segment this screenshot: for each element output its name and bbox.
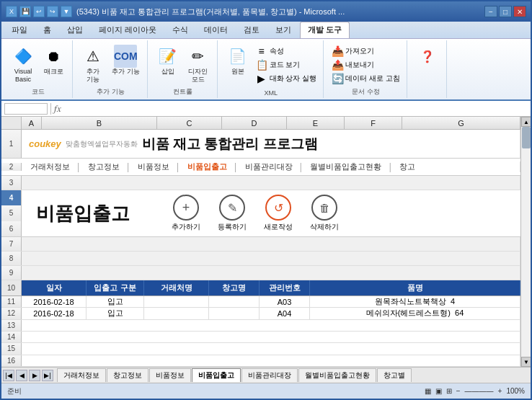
cell-name-11[interactable]: 원목좌식노트북책상 4 <box>310 296 520 307</box>
col-header-d[interactable]: D <box>222 117 287 129</box>
cell-warehouse-12[interactable] <box>209 308 260 319</box>
quick-save-icon[interactable]: 💾 <box>19 6 31 17</box>
cell-dealer-12[interactable] <box>144 308 209 319</box>
cell-warehouse-11[interactable] <box>209 296 260 307</box>
cell-ref-11[interactable]: A03 <box>260 296 310 307</box>
scroll-track[interactable] <box>521 127 531 357</box>
cell-name-12[interactable]: 메쉬의자(헤드레스트형) 64 <box>310 308 520 319</box>
cell-empty-13[interactable] <box>22 320 520 331</box>
nav-item-storage[interactable]: 창고 <box>395 161 420 172</box>
vertical-scrollbar[interactable]: ▲ ▼ <box>520 117 531 367</box>
cell-empty-14[interactable] <box>22 332 520 342</box>
help-button[interactable]: ❓ <box>413 43 442 69</box>
cell-ref-12[interactable]: A04 <box>260 308 310 319</box>
close-button[interactable]: ✕ <box>513 6 526 17</box>
nav-item-warehouse[interactable]: 창고정보 <box>84 161 124 172</box>
sheet-tab-dealer[interactable]: 거래처정보 <box>57 368 106 382</box>
formula-input[interactable] <box>64 105 528 113</box>
cell-type-12[interactable]: 입고 <box>87 308 144 319</box>
table-row[interactable]: 11 2016-02-18 입고 A03 원목좌식노트북책상 4 <box>1 296 520 308</box>
tab-file[interactable]: 파일 <box>4 22 35 38</box>
view-page-break-icon[interactable]: ⊞ <box>446 387 452 395</box>
addins-icon: ⚠ <box>81 45 105 68</box>
tab-nav-next[interactable]: ▶ <box>29 370 40 381</box>
nav-item-items[interactable]: 비품정보 <box>133 161 174 172</box>
xml-small-buttons: ≡ 속성 📋 코드 보기 ▶ 대화 상자 실행 <box>254 43 319 85</box>
tab-insert[interactable]: 삽입 <box>60 22 90 38</box>
status-text: 준비 <box>7 386 22 396</box>
cell-type-11[interactable]: 입고 <box>87 296 144 307</box>
table-row[interactable]: 15 <box>1 343 520 355</box>
col-header-a[interactable]: A <box>22 117 42 129</box>
sheet-tab-warehouse[interactable]: 창고정보 <box>107 368 148 382</box>
tab-data[interactable]: 데이터 <box>197 22 235 38</box>
tab-review[interactable]: 검토 <box>236 22 267 38</box>
tab-nav-last[interactable]: ▶| <box>42 370 53 381</box>
export-button[interactable]: 📤 내보내기 <box>329 58 402 71</box>
tab-nav-first[interactable]: |◀ <box>3 370 14 381</box>
nav-item-inout[interactable]: 비품입출고 <box>183 161 231 172</box>
scroll-thumb[interactable] <box>522 127 531 148</box>
redo-icon[interactable]: ↪ <box>47 6 58 17</box>
cell-empty-15[interactable] <box>22 343 520 354</box>
sheet-tab-ledger[interactable]: 비품관리대장 <box>241 368 298 382</box>
visual-basic-button[interactable]: 🔷 VisualBasic <box>9 43 37 85</box>
tab-view[interactable]: 보기 <box>268 22 298 38</box>
dialog-run-button[interactable]: ▶ 대화 상자 실행 <box>254 72 319 85</box>
tab-nav-prev[interactable]: ◀ <box>16 370 27 381</box>
refresh-button[interactable]: 🔄 데이터 새로 고침 <box>329 72 402 85</box>
col-header-b[interactable]: B <box>42 117 157 129</box>
title-bar-icons: X 💾 ↩ ↪ ▼ <box>6 6 72 17</box>
col-header-e[interactable]: E <box>287 117 345 129</box>
cell-date-11[interactable]: 2016-02-18 <box>22 296 87 307</box>
view-code-button[interactable]: 📋 코드 보기 <box>254 58 319 71</box>
view-layout-icon[interactable]: ▣ <box>435 387 442 395</box>
scroll-down-button[interactable]: ▼ <box>521 357 531 367</box>
source-button[interactable]: 📄 원본 <box>223 43 252 77</box>
nav-item-dealer[interactable]: 거래처정보 <box>26 161 74 172</box>
dropdown-icon[interactable]: ▼ <box>61 6 72 17</box>
nav-item-monthly[interactable]: 월별비품입출고현황 <box>306 161 386 172</box>
new-button[interactable]: ↺ 새로작성 <box>258 192 298 235</box>
import-button[interactable]: 📥 가져오기 <box>329 45 402 58</box>
col-header-g[interactable]: G <box>402 117 520 129</box>
zoom-plus-button[interactable]: + <box>498 387 502 395</box>
source-label: 원본 <box>231 68 244 76</box>
register-button[interactable]: ✎ 등록하기 <box>212 192 252 235</box>
cell-name-box[interactable] <box>4 103 48 115</box>
scroll-up-button[interactable]: ▲ <box>521 117 531 127</box>
cell-date-12[interactable]: 2016-02-18 <box>22 308 87 319</box>
sheet-tab-monthly[interactable]: 월별비품입출고현황 <box>298 368 376 382</box>
design-mode-button[interactable]: ✏ 디자인모드 <box>184 43 213 85</box>
nav-item-ledger[interactable]: 비품관리대장 <box>241 161 297 172</box>
table-row[interactable]: 14 <box>1 332 520 343</box>
insert-control-button[interactable]: 📝 삽입 <box>154 43 182 77</box>
tab-formula[interactable]: 수식 <box>165 22 195 38</box>
sheet-tab-items[interactable]: 비품정보 <box>149 368 191 382</box>
table-row[interactable]: 16 <box>1 355 520 367</box>
macro-button[interactable]: ⏺ 매크로 <box>39 43 68 77</box>
tab-home[interactable]: 홈 <box>36 22 58 38</box>
cell-dealer-11[interactable] <box>144 296 209 307</box>
undo-icon[interactable]: ↩ <box>33 6 45 17</box>
sheet-tab-inout[interactable]: 비품입출고 <box>192 368 241 382</box>
cell-empty-16[interactable] <box>22 355 520 366</box>
addins-button[interactable]: ⚠ 추가기능 <box>79 43 107 85</box>
com-addins-button[interactable]: COM 추가 기능 <box>109 43 143 77</box>
table-row[interactable]: 12 2016-02-18 입고 A04 메쉬의자(헤드레스트형) 64 <box>1 308 520 319</box>
col-header-f[interactable]: F <box>345 117 402 129</box>
tab-developer[interactable]: 개발 도구 <box>300 22 350 38</box>
delete-button[interactable]: 🗑 삭제하기 <box>304 192 345 235</box>
tab-page-layout[interactable]: 페이지 레이아웃 <box>92 22 164 38</box>
sheet-tab-storage[interactable]: 창고별 <box>377 368 412 382</box>
table-row[interactable]: 13 <box>1 320 520 332</box>
view-normal-icon[interactable]: ▦ <box>425 387 431 395</box>
maximize-button[interactable]: □ <box>499 6 512 17</box>
zoom-minus-button[interactable]: − <box>456 387 461 395</box>
col-header-c[interactable]: C <box>157 117 222 129</box>
col-header-dealer: 거래처명 <box>144 280 209 295</box>
zoom-slider[interactable]: ———— <box>465 387 494 395</box>
minimize-button[interactable]: − <box>484 6 497 17</box>
add-button[interactable]: + 추가하기 <box>166 192 206 235</box>
properties-button[interactable]: ≡ 속성 <box>254 45 319 58</box>
